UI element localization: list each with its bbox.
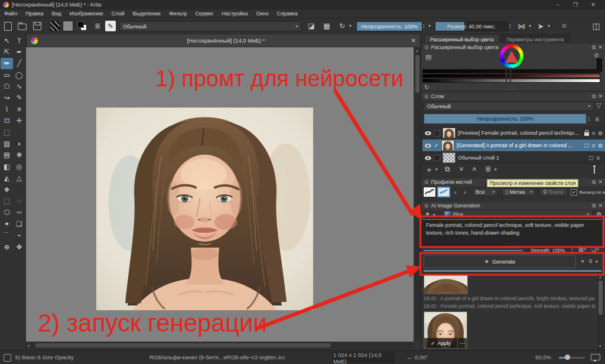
enclose-fill-tool[interactable]: ◎ [13, 161, 25, 172]
menu-tools[interactable]: Сервис [191, 11, 217, 17]
color-triangle[interactable] [505, 51, 518, 63]
float-panel-icon[interactable]: ⧉ [592, 203, 596, 209]
colorize-mask-tool[interactable]: ◭ [1, 173, 13, 184]
document-close-icon[interactable]: ✕ [411, 37, 416, 44]
reference-images-tool[interactable]: ❖ [1, 184, 13, 195]
menu-image[interactable]: Изображение [66, 11, 108, 17]
panel-lock-icon[interactable]: ⊙ [424, 93, 429, 99]
vscroll-thumb[interactable] [415, 55, 419, 93]
splitter-grip[interactable]: ····· [504, 89, 515, 91]
scroll-left-icon[interactable]: ◂ [27, 343, 30, 349]
bezier-curve-tool[interactable]: ↝ [1, 92, 13, 103]
menu-settings[interactable]: Настройка [217, 11, 252, 17]
layer-opacity-slider[interactable]: Непрозрачность: 100% [424, 113, 587, 124]
refresh-icon[interactable]: ↻ [424, 84, 429, 90]
history-entry[interactable]: 18:42 - Female portrait, colored pencil … [424, 303, 596, 310]
menu-filter[interactable]: Фильтр [165, 11, 191, 17]
float-panel-icon[interactable]: ⧉ [592, 93, 596, 100]
alpha-icon[interactable]: α [592, 130, 595, 136]
mirror-horizontal-button[interactable]: ⋈ [516, 21, 527, 31]
canvas-viewport[interactable] [26, 47, 414, 342]
text-tool[interactable]: T [13, 35, 25, 46]
gear-icon[interactable]: ⊛ [596, 210, 601, 218]
chevron-down-icon[interactable]: ▾ [347, 21, 353, 31]
color-sampler-tool[interactable]: ◗ [13, 138, 25, 150]
apply-button[interactable]: ✓ Apply [424, 338, 457, 348]
gradient-tool[interactable]: ▨ [1, 138, 13, 150]
insert-reference-icon[interactable]: ❏+ [591, 246, 599, 252]
visibility-eye-icon[interactable] [425, 144, 431, 148]
fill-tool[interactable]: ◧ [1, 161, 13, 172]
gradient-handle[interactable] [510, 67, 511, 84]
float-panel-icon[interactable]: ⧉ [592, 179, 596, 186]
close-button[interactable]: ✕ [584, 2, 602, 8]
layer-checkbox[interactable] [434, 130, 440, 136]
zoom-slider-handle[interactable] [565, 355, 570, 360]
preserve-alpha-button[interactable]: ▦ [321, 21, 332, 31]
line-tool[interactable]: ╱ [13, 58, 25, 69]
chevron-down-icon[interactable]: ▾ [546, 21, 552, 31]
menu-window[interactable]: Окно [252, 11, 273, 17]
apply-more-button[interactable]: ⋯ [457, 338, 467, 348]
gradient-bar-1[interactable] [422, 69, 600, 73]
gradient-bar-3[interactable] [422, 79, 600, 83]
prev-preset-button[interactable]: ‹ [454, 188, 457, 196]
brush-editor-toggle[interactable]: ✎ [105, 21, 116, 31]
minimize-button[interactable]: – [549, 2, 567, 8]
magnetic-select-tool[interactable]: ⌁ [13, 230, 25, 241]
close-panel-icon[interactable]: ✕ [598, 44, 603, 50]
scroll-down-icon[interactable]: ▾ [599, 343, 601, 349]
layer-page-icon[interactable]: ▢ [588, 155, 594, 161]
selection-mode-icon[interactable] [4, 354, 11, 362]
chevron-down-icon[interactable]: ▾ [433, 213, 435, 217]
layer-page-icon[interactable]: ▢ [584, 142, 589, 148]
ellipse-select-tool[interactable]: ◌ [13, 195, 25, 206]
rect-select-tool[interactable]: ⬚ [1, 195, 13, 206]
monitor-icon[interactable] [591, 354, 600, 360]
add-layer-button[interactable]: ＋ [425, 165, 433, 176]
color-wheel[interactable] [500, 44, 523, 68]
workspace-chooser-button[interactable]: ◫ [591, 21, 601, 31]
magic-wand-select-tool[interactable]: ✦ [1, 218, 13, 229]
duplicate-layer-button[interactable]: ⧉ [445, 165, 450, 173]
freehand-path-tool[interactable]: ✎ [13, 92, 25, 103]
polyline-tool[interactable]: ∿ [13, 81, 25, 92]
calligraphy-tool[interactable]: ✒ [13, 46, 25, 57]
history-thumbnail[interactable] [424, 275, 468, 294]
no-color-icon[interactable]: ⊘ [594, 52, 599, 58]
brush-preset-combobox[interactable]: Обычный ▾ [119, 21, 301, 31]
eraser-mode-button[interactable]: ◪ [306, 21, 317, 31]
color-settings-icon[interactable]: ▤ [425, 53, 431, 61]
chevron-down-icon[interactable]: ▾ [495, 167, 497, 172]
trim-image-button[interactable]: ⌗ [559, 21, 570, 31]
inherit-alpha-icon[interactable]: ◍ [598, 142, 603, 148]
dynamic-brush-tool[interactable]: ⌇ [1, 103, 13, 115]
panel-lock-icon[interactable]: ⊙ [424, 203, 429, 209]
select-tool[interactable]: ↖ [1, 35, 13, 46]
close-panel-icon[interactable]: ✕ [598, 93, 603, 99]
visibility-eye-icon[interactable] [425, 156, 431, 160]
generate-button[interactable]: ✶ Generate [424, 255, 576, 268]
layer-properties-button[interactable]: ≣ [485, 165, 491, 173]
tag-filter-combobox[interactable]: Все▾ [472, 188, 498, 196]
float-panel-icon[interactable]: ⧉ [592, 44, 596, 51]
layer-row-paint[interactable]: Обычный слой 1 ▢ α [422, 152, 605, 164]
history-scrollbar[interactable]: ▴ ▾ [597, 274, 604, 349]
rotation-angle[interactable]: 0,00° [415, 354, 428, 360]
zoom-tool[interactable]: ⊕ [1, 241, 13, 252]
freehand-brush-tool[interactable]: ✏ [1, 58, 13, 69]
chevron-down-icon[interactable]: ▾ [427, 21, 432, 31]
brush-preset-thumbnail[interactable] [423, 187, 436, 197]
menu-select[interactable]: Выделение [128, 11, 165, 17]
freehand-select-tool[interactable]: ∾ [13, 207, 25, 218]
layer-checkbox[interactable] [434, 155, 440, 161]
strength-slider[interactable] [424, 250, 523, 251]
history-thumbnail-selected[interactable]: ✓ Apply ⋯ [424, 311, 467, 349]
brush-settings-toggle[interactable]: ≣ [92, 21, 103, 31]
menu-layer[interactable]: Слой [108, 11, 129, 17]
transform-tool[interactable]: ⊡ [1, 115, 13, 126]
zoom-slider[interactable] [559, 357, 585, 359]
close-panel-icon[interactable]: ✕ [598, 179, 603, 185]
layer-row-generated[interactable]: ✓ [Generated] A portrait of a girl drawn… [422, 139, 605, 151]
move-tool[interactable]: ✛ [13, 115, 25, 126]
